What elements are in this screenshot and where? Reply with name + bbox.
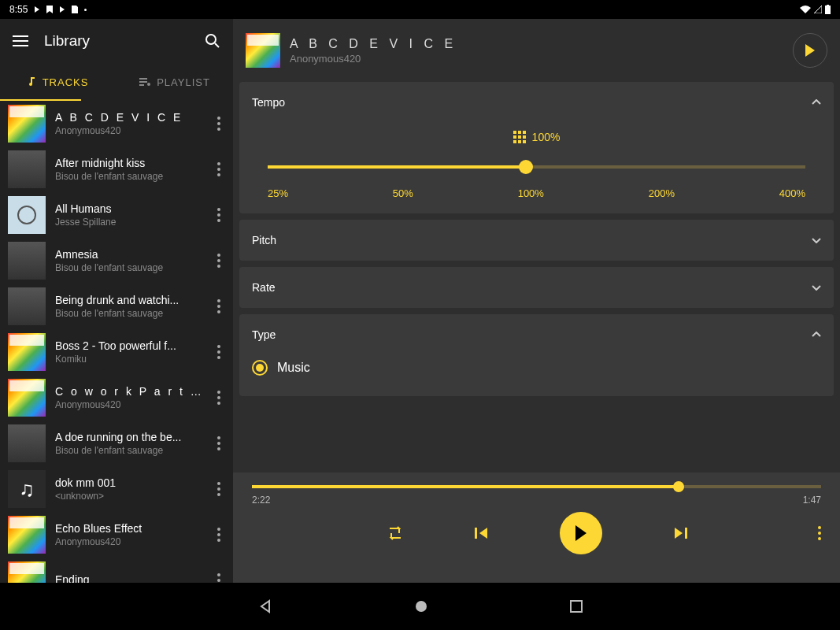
track-more-button[interactable] bbox=[211, 476, 227, 502]
svg-rect-0 bbox=[825, 6, 831, 14]
track-more-button[interactable] bbox=[211, 110, 227, 137]
tempo-value-row[interactable]: 100% bbox=[252, 131, 821, 143]
svg-rect-9 bbox=[139, 84, 144, 86]
track-more-button[interactable] bbox=[211, 567, 227, 583]
track-row[interactable]: Ending bbox=[0, 558, 233, 583]
track-artist: Bisou de l'enfant sauvage bbox=[55, 262, 202, 273]
tempo-tick[interactable]: 200% bbox=[649, 187, 675, 199]
previous-button[interactable] bbox=[475, 526, 489, 540]
progress-slider[interactable] bbox=[252, 485, 821, 488]
track-more-button[interactable] bbox=[211, 521, 227, 548]
expand-icon bbox=[812, 237, 821, 243]
tempo-tick[interactable]: 100% bbox=[518, 187, 544, 199]
tempo-tick[interactable]: 50% bbox=[393, 187, 413, 199]
track-row[interactable]: AmnesiaBisou de l'enfant sauvage bbox=[0, 238, 233, 284]
track-art bbox=[8, 196, 46, 234]
track-title: A B C D E V I C E bbox=[55, 111, 202, 124]
track-more-button[interactable] bbox=[211, 384, 227, 411]
now-playing-title: A B C D E V I C E bbox=[290, 37, 457, 51]
track-art bbox=[8, 287, 46, 325]
track-row[interactable]: Boss 2 - Too powerful f...Komiku bbox=[0, 329, 233, 375]
status-time: 8:55 bbox=[9, 4, 28, 15]
collapse-icon[interactable] bbox=[812, 99, 821, 106]
track-list[interactable]: A B C D E V I C EAnonymous420After midni… bbox=[0, 101, 233, 583]
nav-home-icon[interactable] bbox=[414, 599, 428, 613]
tempo-tick[interactable]: 25% bbox=[268, 187, 288, 199]
track-art bbox=[8, 379, 46, 417]
track-row[interactable]: After midnight kissBisou de l'enfant sau… bbox=[0, 146, 233, 192]
track-title: Amnesia bbox=[55, 248, 202, 261]
track-title: dok mm 001 bbox=[55, 476, 202, 489]
svg-point-5 bbox=[206, 35, 216, 44]
battery-icon bbox=[825, 5, 831, 14]
track-art bbox=[8, 242, 46, 280]
track-more-button[interactable] bbox=[211, 202, 227, 228]
track-title: Being drunk and watchi... bbox=[55, 294, 202, 306]
wifi-icon bbox=[800, 6, 811, 13]
track-artist: <unknown> bbox=[55, 491, 202, 502]
repeat-button[interactable] bbox=[387, 525, 404, 541]
tempo-slider[interactable] bbox=[268, 165, 805, 169]
pitch-panel[interactable]: Pitch bbox=[239, 220, 834, 261]
keypad-icon bbox=[513, 131, 526, 143]
svg-line-6 bbox=[215, 43, 219, 47]
track-more-button[interactable] bbox=[211, 339, 227, 365]
library-title: Library bbox=[44, 32, 90, 50]
player-bar: 2:22 1:47 bbox=[233, 472, 840, 583]
svg-rect-3 bbox=[13, 40, 28, 42]
track-row[interactable]: Echo Blues EffectAnonymous420 bbox=[0, 512, 233, 558]
track-art bbox=[8, 333, 46, 371]
track-art bbox=[8, 516, 46, 554]
svg-rect-2 bbox=[13, 35, 28, 37]
track-more-button[interactable] bbox=[211, 293, 227, 320]
sidebar: Library TRACKS PLAYLIST A B C D E V I C … bbox=[0, 19, 233, 583]
nav-back-icon[interactable] bbox=[258, 599, 272, 613]
tab-tracks[interactable]: TRACKS bbox=[0, 63, 117, 101]
track-row[interactable]: A B C D E V I C EAnonymous420 bbox=[0, 101, 233, 146]
track-art bbox=[8, 561, 46, 583]
tab-playlists[interactable]: PLAYLIST bbox=[117, 63, 233, 101]
track-row[interactable]: C o w o r k P a r t ...Anonymous420 bbox=[0, 375, 233, 421]
track-title: A doe running on the be... bbox=[55, 431, 202, 443]
elapsed-time: 2:22 bbox=[252, 495, 270, 506]
expand-icon bbox=[812, 284, 821, 291]
track-row[interactable]: Being drunk and watchi...Bisou de l'enfa… bbox=[0, 284, 233, 329]
now-playing-art[interactable] bbox=[246, 33, 280, 68]
track-more-button[interactable] bbox=[211, 247, 227, 274]
track-more-button[interactable] bbox=[211, 430, 227, 457]
track-row[interactable]: A doe running on the be...Bisou de l'enf… bbox=[0, 421, 233, 466]
track-row[interactable]: All HumansJesse Spillane bbox=[0, 192, 233, 238]
track-row[interactable]: ♫dok mm 001<unknown> bbox=[0, 466, 233, 512]
header-play-button[interactable] bbox=[793, 33, 827, 68]
play-icon bbox=[34, 6, 40, 13]
tempo-label: Tempo bbox=[252, 96, 285, 109]
svg-rect-11 bbox=[475, 528, 477, 539]
file-icon bbox=[72, 6, 78, 13]
collapse-icon[interactable] bbox=[812, 332, 821, 338]
tempo-ticks: 25%50%100%200%400% bbox=[252, 187, 821, 199]
track-title: Echo Blues Effect bbox=[55, 522, 202, 535]
main-panel: A B C D E V I C E Anonymous420 Tempo 100… bbox=[233, 19, 840, 583]
playlist-icon bbox=[139, 78, 150, 86]
type-option-music[interactable]: Music bbox=[252, 354, 821, 382]
track-title: All Humans bbox=[55, 202, 202, 215]
track-artist: Bisou de l'enfant sauvage bbox=[55, 171, 202, 182]
track-art bbox=[8, 150, 46, 188]
track-art: ♫ bbox=[8, 470, 46, 508]
track-more-button[interactable] bbox=[211, 156, 227, 183]
track-artist: Anonymous420 bbox=[55, 125, 202, 136]
type-panel: Type Music bbox=[239, 314, 834, 396]
player-more-button[interactable] bbox=[818, 526, 821, 540]
nav-recent-icon[interactable] bbox=[570, 600, 583, 613]
search-icon[interactable] bbox=[205, 33, 220, 49]
play-button[interactable] bbox=[560, 512, 602, 554]
menu-icon[interactable] bbox=[13, 35, 28, 46]
dot-icon bbox=[84, 9, 87, 11]
status-bar: 8:55 bbox=[0, 0, 840, 19]
tempo-tick[interactable]: 400% bbox=[779, 187, 805, 199]
radio-selected-icon bbox=[252, 360, 268, 376]
rate-panel[interactable]: Rate bbox=[239, 267, 834, 308]
nav-bar bbox=[0, 583, 840, 630]
next-button[interactable] bbox=[673, 526, 687, 540]
track-title: After midnight kiss bbox=[55, 157, 202, 169]
